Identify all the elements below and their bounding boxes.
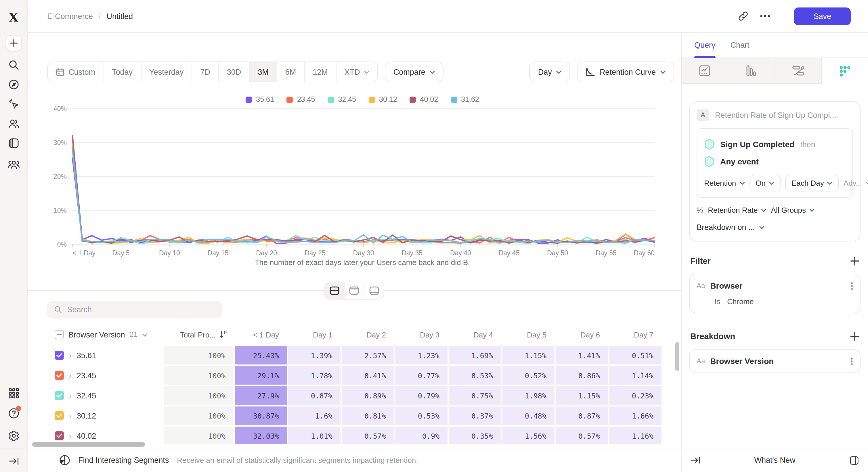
layout-button-table-focus[interactable] bbox=[364, 282, 384, 299]
expand-row-chevron[interactable]: › bbox=[69, 371, 72, 380]
filter-value[interactable]: Chrome bbox=[727, 297, 754, 306]
segments-title[interactable]: Find Interesting Segments bbox=[78, 456, 169, 465]
breakdown-property-name[interactable]: Browser Version bbox=[710, 357, 845, 366]
settings-button[interactable] bbox=[8, 430, 19, 441]
legend-item[interactable]: 31.62 bbox=[451, 95, 479, 103]
collapse-sidebar-button[interactable] bbox=[9, 457, 19, 465]
apps-grid-button[interactable] bbox=[8, 388, 19, 398]
interesting-segments-bar[interactable]: Find Interesting Segments Receive an ema… bbox=[28, 448, 682, 472]
tile-retention[interactable] bbox=[822, 58, 868, 84]
row-checkbox[interactable] bbox=[55, 431, 64, 440]
expand-row-chevron[interactable]: › bbox=[69, 432, 72, 440]
collapse-panel-icon[interactable] bbox=[691, 457, 700, 464]
expand-row-chevron[interactable]: › bbox=[69, 411, 72, 420]
row-label[interactable]: 23.45 bbox=[77, 371, 96, 380]
tile-insights[interactable] bbox=[682, 58, 728, 84]
filter-property-name[interactable]: Browser bbox=[710, 281, 845, 290]
select-all-checkbox[interactable] bbox=[55, 330, 64, 339]
search-nav-button[interactable] bbox=[8, 60, 19, 70]
advanced-dropdown[interactable]: Adv... bbox=[843, 179, 868, 188]
date-range-30d[interactable]: 30D bbox=[219, 62, 250, 81]
tile-funnels[interactable] bbox=[728, 58, 775, 84]
first-event-row[interactable]: Sign Up Completed then bbox=[704, 136, 845, 153]
date-range-today[interactable]: Today bbox=[104, 62, 141, 81]
groups-dropdown[interactable]: All Groups bbox=[771, 206, 814, 214]
day-column-header[interactable]: Day 1 bbox=[288, 330, 342, 339]
discover-nav-button[interactable] bbox=[8, 79, 19, 90]
layout-button-split-view[interactable] bbox=[325, 282, 345, 299]
day-column-header[interactable]: Day 2 bbox=[342, 330, 395, 339]
date-range-custom[interactable]: Custom bbox=[48, 62, 104, 81]
cohorts-nav-button[interactable] bbox=[7, 160, 20, 169]
tile-flows[interactable] bbox=[775, 58, 822, 84]
date-range-xtd[interactable]: XTD bbox=[337, 62, 377, 81]
row-label[interactable]: 35.61 bbox=[77, 351, 96, 360]
legend-item[interactable]: 32.45 bbox=[328, 95, 356, 103]
row-checkbox[interactable] bbox=[55, 371, 64, 380]
add-filter-button[interactable] bbox=[850, 257, 859, 266]
add-breakdown-button[interactable] bbox=[850, 332, 859, 341]
return-event-name[interactable]: Any event bbox=[720, 157, 759, 166]
filter-card[interactable]: Aa Browser ••• Is Chrome bbox=[689, 274, 861, 313]
compare-button[interactable]: Compare bbox=[385, 62, 444, 82]
measure-dropdown[interactable]: Retention Rate bbox=[708, 206, 766, 214]
breadcrumb-project[interactable]: E-Commerce bbox=[47, 12, 93, 21]
legend-item[interactable]: 30.12 bbox=[369, 95, 397, 103]
legend-item[interactable]: 35.61 bbox=[246, 95, 274, 103]
whats-new-link[interactable]: What's New bbox=[706, 456, 844, 465]
day-column-header[interactable]: < 1 Day bbox=[235, 330, 288, 339]
layout-button-chart-focus[interactable] bbox=[345, 282, 364, 299]
copy-link-icon[interactable] bbox=[738, 11, 748, 21]
day-column-header[interactable]: Day 3 bbox=[395, 330, 449, 339]
interval-dropdown[interactable]: Each Day bbox=[785, 175, 839, 192]
return-event-row[interactable]: Any event bbox=[704, 153, 845, 170]
create-new-button[interactable] bbox=[5, 35, 22, 51]
events-nav-button[interactable] bbox=[8, 99, 19, 109]
horizontal-scrollbar[interactable] bbox=[32, 442, 145, 447]
day-column-header[interactable]: Day 6 bbox=[556, 330, 609, 339]
chart-type-button[interactable]: Retention Curve bbox=[577, 62, 674, 82]
row-checkbox[interactable] bbox=[55, 411, 64, 420]
users-nav-button[interactable] bbox=[8, 119, 19, 129]
day-column-header[interactable]: Day 5 bbox=[502, 330, 556, 339]
more-menu-icon[interactable] bbox=[760, 14, 770, 18]
boards-nav-button[interactable] bbox=[8, 138, 19, 148]
query-title[interactable]: Retention Rate of Sign Up Compl... bbox=[715, 111, 836, 119]
help-button[interactable] bbox=[8, 408, 19, 419]
first-event-name[interactable]: Sign Up Completed bbox=[720, 140, 794, 149]
retention-type-dropdown[interactable]: Retention bbox=[704, 179, 745, 188]
breakdown-on-dropdown[interactable]: Breakdown on ... bbox=[696, 223, 853, 232]
granularity-button[interactable]: Day bbox=[529, 62, 570, 82]
side-panel-icon[interactable] bbox=[849, 456, 859, 465]
row-checkbox[interactable] bbox=[55, 391, 64, 400]
vertical-scrollbar[interactable] bbox=[675, 342, 679, 371]
day-column-header[interactable]: Day 4 bbox=[449, 330, 502, 339]
panel-tab-query[interactable]: Query bbox=[694, 33, 716, 58]
panel-tab-chart[interactable]: Chart bbox=[731, 33, 749, 58]
row-label[interactable]: 40.02 bbox=[77, 432, 96, 440]
date-range-7d[interactable]: 7D bbox=[192, 62, 219, 81]
line-chart[interactable]: 0%10%20%30%40%< 1 DayDay 5Day 10Day 15Da… bbox=[47, 106, 658, 257]
date-range-3m[interactable]: 3M bbox=[250, 62, 277, 81]
group-column-header[interactable]: Browser Version bbox=[68, 330, 125, 339]
filter-operator[interactable]: Is bbox=[714, 297, 720, 306]
date-range-12m[interactable]: 12M bbox=[305, 62, 337, 81]
total-column-header[interactable]: Total Pro... bbox=[164, 330, 235, 339]
save-button[interactable]: Save bbox=[794, 7, 851, 25]
row-checkbox[interactable] bbox=[55, 351, 64, 360]
row-label[interactable]: 32.45 bbox=[77, 391, 96, 400]
date-range-6m[interactable]: 6M bbox=[277, 62, 305, 81]
row-label[interactable]: 30.12 bbox=[77, 411, 96, 420]
search-input[interactable] bbox=[67, 305, 215, 314]
legend-item[interactable]: 40.02 bbox=[410, 95, 438, 103]
expand-row-chevron[interactable]: › bbox=[69, 351, 72, 360]
on-dropdown[interactable]: On bbox=[749, 175, 781, 192]
kebab-menu-icon[interactable]: ••• bbox=[850, 357, 853, 365]
legend-item[interactable]: 23.45 bbox=[287, 95, 315, 103]
breakdown-card[interactable]: Aa Browser Version ••• bbox=[689, 349, 861, 373]
breadcrumb-page-title[interactable]: Untitled bbox=[107, 12, 133, 21]
mixpanel-logo-icon[interactable]: X bbox=[9, 10, 19, 25]
day-column-header[interactable]: Day 7 bbox=[609, 330, 662, 339]
kebab-menu-icon[interactable]: ••• bbox=[850, 281, 853, 290]
date-range-yesterday[interactable]: Yesterday bbox=[141, 62, 192, 81]
